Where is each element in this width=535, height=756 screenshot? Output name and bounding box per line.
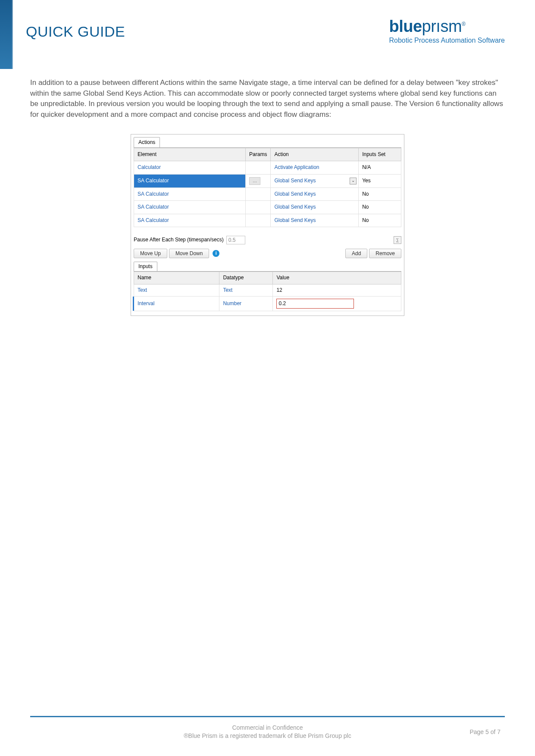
col-params: Params [246,148,271,161]
col-action: Action [271,148,359,161]
cell-element: SA Calculator [134,174,246,187]
input-value[interactable]: 12 [273,284,401,296]
input-value[interactable]: 0.2 [273,297,401,311]
highlighted-value: 0.2 [276,299,354,309]
actions-table: Element Params Action Inputs Set Calcula… [134,148,401,227]
col-name: Name [134,272,219,284]
cell-action: Global Send Keys [271,201,359,214]
cell-params [246,161,271,174]
cell-inputs-set: N/A [359,161,401,174]
chevron-down-icon[interactable]: ⌄ [350,178,357,184]
footer-divider [30,716,505,717]
navigate-actions-dialog: Actions Element Params Action Inputs Set [131,134,404,316]
pause-input[interactable] [226,236,245,244]
cell-element-text: SA Calculator [138,178,169,184]
brand-logo-bold: blue [389,17,422,35]
brand-tagline: Robotic Process Automation Software [389,37,505,44]
cell-params [246,214,271,227]
params-button[interactable]: ... [249,177,260,185]
inputs-row[interactable]: Text Text 12 [134,284,401,296]
cell-action: Global Send Keys [271,187,359,200]
col-value: Value [273,272,401,284]
input-name: Text [134,284,219,296]
cell-element: SA Calculator [134,201,246,214]
input-datatype: Text [219,284,273,296]
footer-text: Commercial in Confidence ®Blue Prism is … [0,724,535,740]
cell-action: Global Send Keys [271,214,359,227]
col-element: Element [134,148,246,161]
tab-actions[interactable]: Actions [134,137,160,147]
remove-button[interactable]: Remove [369,249,401,258]
table-row[interactable]: SA Calculator Global Send Keys No [134,201,401,214]
page-number: Page 5 of 7 [469,728,501,735]
cell-action: Activate Application [271,161,359,174]
selection-indicator-icon [133,297,134,311]
cell-inputs-set: No [359,201,401,214]
brand-logo: blueprısm® [389,17,505,36]
add-button[interactable]: Add [345,249,367,258]
cell-inputs-set: No [359,187,401,200]
input-name: Interval [134,297,219,311]
cell-action-text: Global Send Keys [274,178,316,184]
pause-label: Pause After Each Step (timespan/secs) [134,236,224,244]
col-inputs-set: Inputs Set [359,148,401,161]
brand-registered-icon: ® [462,21,465,27]
cell-inputs-set: Yes [359,174,401,187]
intro-paragraph: In addition to a pause between different… [30,78,505,120]
table-row[interactable]: SA Calculator Global Send Keys No [134,214,401,227]
doc-title: QUICK GUIDE [26,23,125,40]
cell-action[interactable]: Global Send Keys ⌄ [271,174,359,187]
expression-editor-icon[interactable]: ∑ [394,236,401,244]
cell-element: SA Calculator [134,214,246,227]
table-row[interactable]: SA Calculator Global Send Keys No [134,187,401,200]
table-row[interactable]: SA Calculator ... Global Send Keys ⌄ Yes [134,174,401,187]
header-accent [0,0,13,69]
table-row[interactable]: Calculator Activate Application N/A [134,161,401,174]
brand-block: blueprısm® Robotic Process Automation So… [389,17,505,44]
page-header: QUICK GUIDE blueprısm® Robotic Process A… [0,0,535,69]
footer-trademark: ®Blue Prism is a registered trademark of… [0,732,535,740]
tab-inputs[interactable]: Inputs [134,262,157,271]
footer-confidence: Commercial in Confidence [0,724,535,732]
info-icon[interactable]: i [213,250,219,257]
cell-params [246,187,271,200]
cell-params[interactable]: ... [246,174,271,187]
inputs-table: Name Datatype Value Text Text 12 [134,272,401,311]
move-up-button[interactable]: Move Up [134,249,167,258]
inputs-row[interactable]: Interval Number 0.2 [134,297,401,311]
move-down-button[interactable]: Move Down [169,249,209,258]
brand-logo-light: prısm [422,17,462,35]
cell-params [246,201,271,214]
col-datatype: Datatype [219,272,273,284]
cell-inputs-set: No [359,214,401,227]
cell-element: Calculator [134,161,246,174]
input-name-text: Interval [138,300,154,306]
cell-element: SA Calculator [134,187,246,200]
input-datatype: Number [219,297,273,311]
